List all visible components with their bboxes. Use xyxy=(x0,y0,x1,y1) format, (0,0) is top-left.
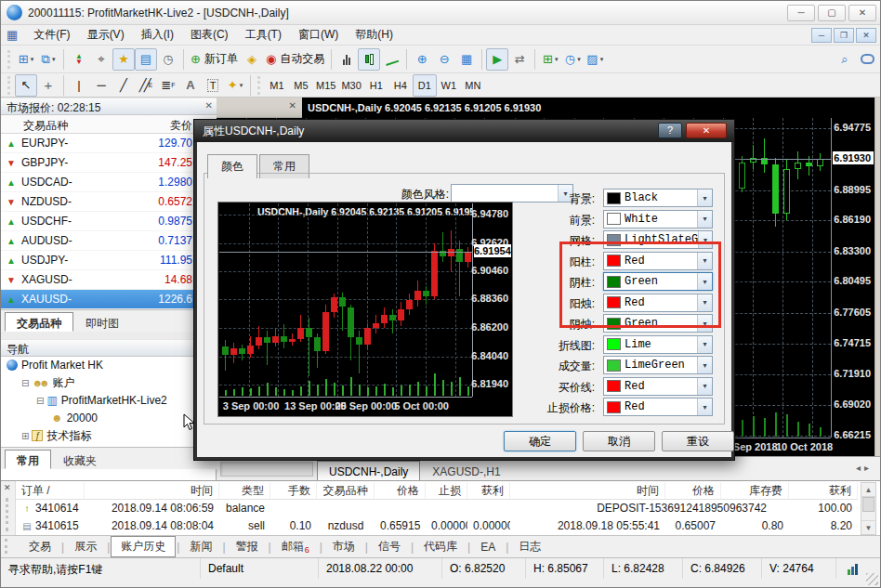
collapse-icon[interactable]: ⊟ xyxy=(36,396,44,406)
tab-XAGUSD-,H1[interactable]: XAGUSD-,H1 xyxy=(420,461,512,481)
search-button[interactable]: ⌕ xyxy=(834,48,856,71)
zoom-in-button[interactable]: ⊕ xyxy=(411,48,433,71)
chart-shift-button[interactable]: ⇄ xyxy=(508,48,531,71)
text-label-button[interactable]: T xyxy=(202,74,224,97)
terminal-button[interactable]: ▤ xyxy=(135,48,157,71)
close-icon[interactable]: ✕ xyxy=(289,100,296,111)
market-row-AUDUSD-[interactable]: ▲AUDUSD-0.7137 xyxy=(1,231,217,251)
tab-展示[interactable]: 展示 xyxy=(65,537,106,556)
toolbar-gripper[interactable] xyxy=(7,50,12,69)
terminal-gripper[interactable] xyxy=(6,498,10,531)
indicators-button[interactable]: ⊞▾ xyxy=(539,48,561,71)
timeframe-MN[interactable]: MN xyxy=(461,74,485,97)
toolbar-gripper[interactable] xyxy=(7,76,12,95)
scroll-up-icon[interactable]: ▲ xyxy=(861,483,875,497)
scroll-thumb[interactable] xyxy=(862,497,874,512)
dialog-button-确定[interactable]: 确定 xyxy=(504,431,576,451)
profiles-button[interactable]: ⧉▾ xyxy=(37,48,59,71)
market-row-USDCHF-[interactable]: ▲USDCHF-0.9875 xyxy=(1,212,217,231)
market-row-XAUUSD-[interactable]: ▲XAUUSD-1226.6 xyxy=(1,290,217,309)
symbol-column-header[interactable]: 交易品种 xyxy=(23,118,68,134)
maximize-button[interactable]: ▢ xyxy=(818,5,846,21)
timeframe-H4[interactable]: H4 xyxy=(388,74,413,97)
menu-item-文件(F)[interactable]: 文件(F) xyxy=(25,25,78,45)
tab-市场[interactable]: 市场 xyxy=(323,537,364,556)
tab-警报[interactable]: 警报 xyxy=(227,537,268,556)
timeframe-M30[interactable]: M30 xyxy=(338,74,363,97)
column-header-2[interactable]: 类型 xyxy=(219,482,270,499)
tree-item-Profit Market HK[interactable]: Profit Market HK xyxy=(1,357,217,374)
menu-item-工具(T)[interactable]: 工具(T) xyxy=(237,25,290,45)
market-watch-close-icon[interactable]: ✕ xyxy=(205,100,213,111)
dialog-help-button[interactable]: ? xyxy=(658,123,682,138)
navigator-button[interactable]: ★ xyxy=(112,48,135,71)
terminal-close-icon[interactable]: ✕ xyxy=(4,483,11,492)
dialog-title-bar[interactable]: 属性USDCNH-,Daily xyxy=(194,120,734,142)
resize-grip[interactable] xyxy=(866,573,878,585)
bar-chart-button[interactable] xyxy=(335,48,358,71)
tab-EA[interactable]: EA xyxy=(471,539,505,555)
dialog-button-取消[interactable]: 取消 xyxy=(583,431,655,451)
new-order-button[interactable]: ⊕新订单 xyxy=(188,48,241,71)
column-header-10[interactable]: 库存费 xyxy=(721,482,789,499)
auto-scroll-button[interactable]: ▶ xyxy=(486,48,508,71)
horizontal-line-button[interactable]: ─ xyxy=(90,74,112,97)
menu-item-帮助(H)[interactable]: 帮助(H) xyxy=(347,25,401,45)
terminal-scrollbar[interactable]: ▲ ▼ xyxy=(861,482,876,535)
arrows-tool-button[interactable]: ✦▾ xyxy=(224,74,246,97)
dialog-close-button[interactable]: ✕ xyxy=(686,123,727,138)
tab-颜色[interactable]: 颜色 xyxy=(207,154,257,178)
crosshair-tool-button[interactable]: + xyxy=(37,74,59,97)
column-header-0[interactable]: 订单 / xyxy=(16,482,85,499)
tab-账户历史[interactable]: 账户历史 xyxy=(111,536,176,557)
line-chart-button[interactable] xyxy=(380,48,402,71)
tab-收藏夹[interactable]: 收藏夹 xyxy=(51,450,109,469)
menu-item-图表(C)[interactable]: 图表(C) xyxy=(182,25,237,45)
column-header-4[interactable]: 交易品种 xyxy=(317,482,375,499)
periods-button[interactable]: ◷▾ xyxy=(561,48,584,71)
tab-USDCNH-,Daily[interactable]: USDCNH-,Daily xyxy=(317,461,420,481)
chart-price-axis[interactable]: 6.947756.889956.861906.833006.804956.776… xyxy=(831,118,874,438)
tab-邮箱[interactable]: 邮箱6 xyxy=(272,537,319,556)
market-watch-button[interactable]: ▲▼ xyxy=(68,48,90,71)
tree-item-账户[interactable]: ⊟☻☻账户 xyxy=(1,374,217,392)
column-header-6[interactable]: 止损 xyxy=(426,482,467,499)
child-minimize-button[interactable]: ─ xyxy=(811,28,832,43)
dialog-button-重设[interactable]: 重设 xyxy=(662,431,734,451)
candlestick-button[interactable] xyxy=(358,48,380,71)
menu-item-窗口(W)[interactable]: 窗口(W) xyxy=(290,25,347,45)
equidistant-channel-button[interactable]: ╱╱E xyxy=(135,74,157,97)
tile-windows-button[interactable]: ▦ xyxy=(455,48,478,71)
bid-column-header[interactable]: 卖价 xyxy=(170,118,192,134)
child-restore-button[interactable]: ❐ xyxy=(834,28,854,43)
column-header-5[interactable]: 价格 xyxy=(375,482,426,499)
data-window-button[interactable]: ⌖ xyxy=(90,48,112,71)
child-close-button[interactable]: ✕ xyxy=(856,28,876,43)
tab-代码库[interactable]: 代码库 xyxy=(414,537,467,556)
market-row-USDCAD-[interactable]: ▲USDCAD-1.2980 xyxy=(1,173,217,192)
column-header-3[interactable]: 手数 xyxy=(270,482,317,499)
menu-item-插入(I)[interactable]: 插入(I) xyxy=(133,25,182,45)
tab-信号[interactable]: 信号 xyxy=(369,537,410,556)
zoom-out-button[interactable]: ⊖ xyxy=(433,48,455,71)
market-row-XAGUSD-[interactable]: ▼XAGUSD-14.68 xyxy=(1,270,217,290)
tab-即时图[interactable]: 即时图 xyxy=(73,312,131,332)
timeframe-M15[interactable]: M15 xyxy=(313,74,338,97)
menu-item-显示(V)[interactable]: 显示(V) xyxy=(79,25,133,45)
strategy-tester-button[interactable]: ◷ xyxy=(157,48,179,71)
market-row-USDJPY-[interactable]: ▲USDJPY-111.95 xyxy=(1,251,217,270)
new-chart-button[interactable]: ⊞▾ xyxy=(15,48,37,71)
expand-icon[interactable]: ⊞ xyxy=(21,431,29,441)
autotrading-button[interactable]: ◉自动交易 xyxy=(263,48,327,71)
tree-item-ProfitMarketHK-Live2[interactable]: ⊟▥ProfitMarketHK-Live2 xyxy=(1,392,217,410)
timeframe-M1[interactable]: M1 xyxy=(265,74,289,97)
chart-horizontal-scrollbar[interactable] xyxy=(220,462,313,477)
timeframe-W1[interactable]: W1 xyxy=(437,74,461,97)
community-chat-button[interactable] xyxy=(856,48,878,71)
text-tool-button[interactable]: A xyxy=(179,74,202,97)
tab-新闻[interactable]: 新闻 xyxy=(180,537,221,556)
timeframe-D1[interactable]: D1 xyxy=(413,74,437,97)
column-header-7[interactable]: 获利 xyxy=(467,482,510,499)
scroll-down-icon[interactable]: ▼ xyxy=(861,520,875,534)
market-row-GBPJPY-[interactable]: ▼GBPJPY-147.25 xyxy=(1,153,217,173)
